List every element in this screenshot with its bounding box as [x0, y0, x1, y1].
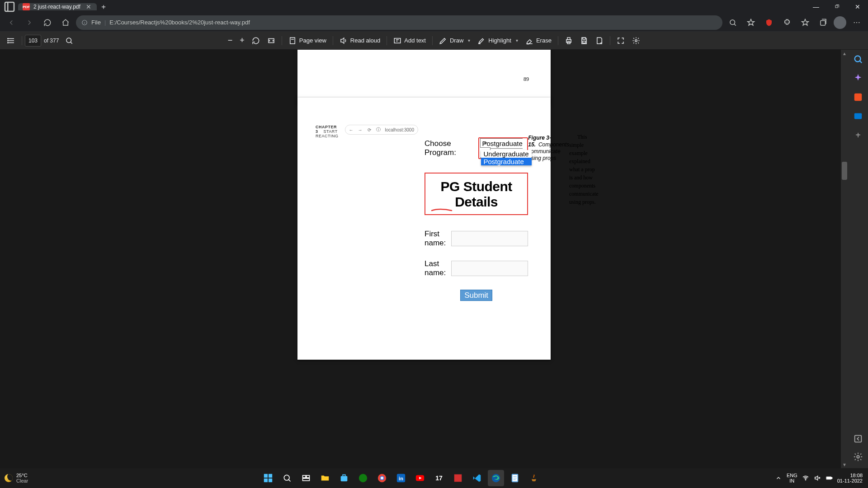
xbox-icon[interactable]	[355, 470, 371, 486]
read-aloud-button[interactable]: Read aloud	[336, 33, 384, 48]
rotate-button[interactable]	[248, 33, 264, 48]
draw-button[interactable]: Draw▾	[435, 33, 474, 48]
start-button[interactable]	[260, 470, 276, 486]
chevron-down-icon: ▾	[468, 38, 470, 43]
new-tab-button[interactable]: ＋	[97, 2, 110, 12]
taskbar-search-icon[interactable]	[279, 470, 295, 486]
heading-highlight-box: PG Student Details	[425, 173, 528, 215]
vscode-icon[interactable]	[469, 470, 485, 486]
svg-rect-31	[854, 113, 862, 119]
svg-line-39	[288, 479, 290, 481]
taskbar-weather[interactable]: 25°C Clear	[0, 473, 33, 483]
svg-rect-32	[855, 436, 862, 442]
more-menu-button[interactable]: ⋯	[849, 15, 864, 30]
task-view-icon[interactable]	[298, 470, 314, 486]
home-button[interactable]	[58, 15, 73, 30]
submit-button-figure: Submit	[460, 290, 492, 301]
vertical-tabs-button[interactable]	[3, 0, 16, 14]
chrome-icon[interactable]	[374, 470, 390, 486]
sidebar-collapse-icon[interactable]	[853, 434, 863, 444]
wifi-icon[interactable]	[802, 474, 809, 482]
svg-point-27	[635, 39, 637, 42]
java-icon[interactable]	[526, 470, 542, 486]
extensions-icon[interactable]	[779, 15, 795, 30]
scroll-down-icon[interactable]: ▼	[841, 461, 848, 468]
svg-rect-62	[827, 478, 830, 479]
scroll-thumb[interactable]	[842, 162, 847, 180]
taskbar-clock[interactable]: 18:08 01-11-2022	[837, 473, 863, 483]
favorites-button[interactable]	[797, 15, 813, 30]
volume-muted-icon[interactable]	[814, 474, 821, 482]
close-tab-icon[interactable]: ✕	[84, 3, 93, 10]
page-total-label: of 377	[41, 38, 61, 44]
windows-taskbar: 25°C Clear in 17 ENG IN 18:08 01-11-2022	[0, 468, 868, 488]
dropdown-option: Undergraduate	[481, 150, 532, 158]
svg-rect-40	[303, 475, 306, 478]
page-view-button[interactable]: Page view	[285, 33, 330, 48]
edge-icon[interactable]	[488, 470, 504, 486]
svg-rect-18	[290, 38, 295, 44]
browser-tab[interactable]: PDF 2 just-react-way.pdf ✕	[18, 3, 97, 10]
vertical-scrollbar[interactable]: ▲ ▼	[841, 50, 848, 468]
pg-heading: PG Student Details	[434, 179, 519, 210]
last-name-row: Last name:	[425, 259, 528, 277]
minimize-button[interactable]: ―	[806, 0, 826, 14]
chapter-header: CHAPTER 3START REACTING	[316, 125, 339, 343]
info-icon	[81, 19, 88, 26]
refresh-button[interactable]	[40, 15, 55, 30]
battery-icon[interactable]	[826, 474, 833, 482]
zoom-out-button[interactable]: −	[224, 33, 236, 48]
program-dropdown: Undergraduate Postgraduate	[481, 150, 532, 165]
microsoft-store-icon[interactable]	[336, 470, 352, 486]
pdf-canvas[interactable]: 89 CHAPTER 3START REACTING ← → ⟳ ⓘ local…	[0, 50, 848, 468]
erase-button[interactable]: Erase	[522, 33, 555, 48]
favorite-star-icon[interactable]	[743, 15, 759, 30]
zerodha-icon[interactable]	[450, 470, 466, 486]
page-number-input[interactable]	[25, 35, 41, 47]
linkedin-icon[interactable]: in	[393, 470, 409, 486]
print-button[interactable]	[561, 33, 576, 48]
maximize-button[interactable]	[826, 0, 847, 14]
contents-button[interactable]	[4, 33, 19, 48]
save-button[interactable]	[576, 33, 592, 48]
notepad-icon[interactable]	[507, 470, 523, 486]
sidebar-copilot-icon[interactable]	[853, 73, 863, 83]
find-button[interactable]	[61, 33, 77, 48]
pdf-page-current: CHAPTER 3START REACTING ← → ⟳ ⓘ localhos…	[297, 98, 551, 360]
highlight-button[interactable]: Highlight▾	[474, 33, 522, 48]
sidebar-office-icon[interactable]	[853, 92, 863, 102]
tradingview-icon[interactable]: 17	[431, 470, 447, 486]
forward-icon: →	[358, 127, 363, 132]
save-as-button[interactable]	[592, 33, 607, 48]
address-bar[interactable]: File | E:/Courses/Reactjs%20books/2%20ju…	[76, 15, 722, 30]
first-name-row: First name:	[425, 230, 528, 248]
zoom-in-button[interactable]: +	[236, 33, 248, 48]
collections-button[interactable]	[816, 15, 831, 30]
info-icon: ⓘ	[376, 127, 381, 133]
add-text-button[interactable]: Add text	[390, 33, 429, 48]
adblock-icon[interactable]	[761, 15, 777, 30]
svg-point-57	[805, 479, 806, 480]
forward-button[interactable]	[22, 15, 37, 30]
fullscreen-button[interactable]	[613, 33, 628, 48]
pdf-icon: PDF	[23, 3, 30, 10]
chevron-down-icon: ▾	[516, 38, 518, 43]
file-explorer-icon[interactable]	[317, 470, 333, 486]
sidebar-search-icon[interactable]	[853, 54, 863, 64]
zoom-icon[interactable]	[725, 15, 741, 30]
underline-mark-icon	[431, 208, 453, 212]
language-indicator[interactable]: ENG IN	[787, 473, 797, 483]
profile-avatar[interactable]	[834, 16, 846, 29]
fit-page-button[interactable]	[264, 33, 279, 48]
back-button[interactable]	[4, 15, 19, 30]
sidebar-add-icon[interactable]: +	[853, 130, 863, 140]
scroll-up-icon[interactable]: ▲	[841, 50, 848, 57]
pdf-settings-button[interactable]	[628, 33, 644, 48]
youtube-icon[interactable]	[412, 470, 428, 486]
tray-overflow-icon[interactable]	[775, 474, 782, 482]
pdf-toolbar: of 377 − + Page view Read aloud Add text…	[0, 32, 868, 50]
close-window-button[interactable]: ✕	[847, 0, 868, 14]
sidebar-settings-icon[interactable]	[853, 452, 863, 462]
browser-toolbar: File | E:/Courses/Reactjs%20books/2%20ju…	[0, 14, 868, 32]
sidebar-outlook-icon[interactable]	[853, 111, 863, 121]
